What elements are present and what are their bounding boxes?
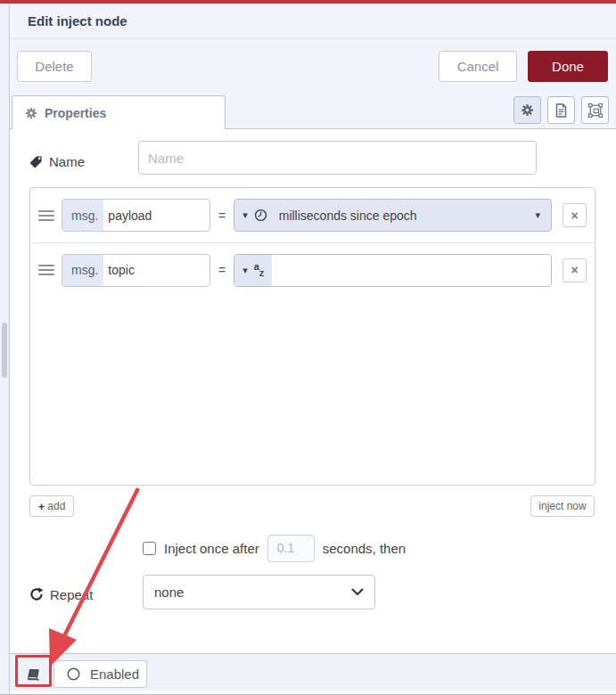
inject-once-label: Inject once after [164,541,259,556]
document-icon [554,103,568,118]
edit-inject-dialog: Edit inject node Delete Cancel Done [0,0,616,695]
tab-properties-label: Properties [45,106,106,120]
done-button[interactable]: Done [528,51,608,82]
msg-prefix: msg. [62,255,103,286]
topic-property-value: topic [103,255,135,286]
tray-resize-handle[interactable] [2,323,7,378]
payload-property-value: payload [103,200,152,231]
inject-once-checkbox[interactable] [143,542,156,555]
enabled-label: Enabled [90,666,139,682]
tag-icon [29,155,43,168]
node-enabled-toggle[interactable]: Enabled [53,660,147,688]
dialog-footer: Enabled [10,653,616,691]
equals-sign: = [218,263,226,277]
description-doc-button[interactable] [547,96,575,124]
msg-prefix: msg. [62,200,103,231]
node-description-button[interactable] [19,662,47,687]
edit-tray: Edit inject node Delete Cancel Done [10,4,616,695]
appearance-button[interactable] [581,96,609,124]
gear-icon [25,107,37,119]
tab-icon-buttons [513,96,609,124]
chevron-down-icon [351,588,364,596]
once-delay-input[interactable] [267,535,315,562]
repeat-field-label: Repeat [29,581,93,608]
book-icon [26,668,41,682]
inject-now-button[interactable]: inject now [530,495,595,517]
caret-down-icon: ▾ [242,266,248,275]
list-item-payload: msg. payload = ▾ [30,188,595,242]
dialog-header: Edit inject node [10,4,616,39]
properties-gear-button[interactable] [513,96,541,124]
inject-once-row: Inject once after seconds, then [143,533,406,563]
name-input[interactable] [138,141,537,175]
tray-resize-bar[interactable] [0,4,10,695]
payload-type-input[interactable]: ▾ milliseconds since epoch ▾ [234,199,552,232]
add-button[interactable]: +add [29,495,74,517]
topic-type-input[interactable]: ▾ az [234,254,552,287]
topic-property-input[interactable]: msg. topic [62,254,210,287]
equals-sign: = [218,208,226,223]
tab-properties[interactable]: Properties [12,95,226,129]
dialog-toolbar: Delete Cancel Done [10,39,616,93]
status-circle-icon [66,666,81,682]
caret-down-icon: ▾ [535,210,540,220]
properties-list: msg. payload = ▾ [29,187,595,486]
clock-icon [254,208,267,222]
remove-row-button[interactable]: × [563,203,587,227]
plus-icon: + [38,500,45,513]
seconds-then-label: seconds, then [323,541,406,556]
payload-type-label: milliseconds since epoch [279,208,536,223]
repeat-select[interactable]: none [143,575,375,609]
name-field-label: Name [29,148,85,175]
drag-handle-icon[interactable] [38,210,54,221]
cancel-button[interactable]: Cancel [439,51,517,82]
delete-button[interactable]: Delete [17,51,92,82]
dialog-title: Edit inject node [28,4,127,39]
payload-property-input[interactable]: msg. payload [62,199,210,232]
tab-bar: Properties [10,93,616,129]
repeat-select-value: none [154,585,351,600]
drag-handle-icon[interactable] [38,265,54,275]
type-select-button[interactable]: ▾ az [234,255,272,286]
appearance-icon [588,103,603,118]
caret-down-icon: ▾ [242,210,248,220]
string-type-icon: az [254,266,265,275]
remove-row-button[interactable]: × [563,258,587,282]
gear-icon [521,103,534,117]
repeat-icon [29,587,44,601]
list-item-topic: msg. topic = ▾ az × [30,242,595,297]
type-select-button[interactable]: ▾ [234,200,275,231]
